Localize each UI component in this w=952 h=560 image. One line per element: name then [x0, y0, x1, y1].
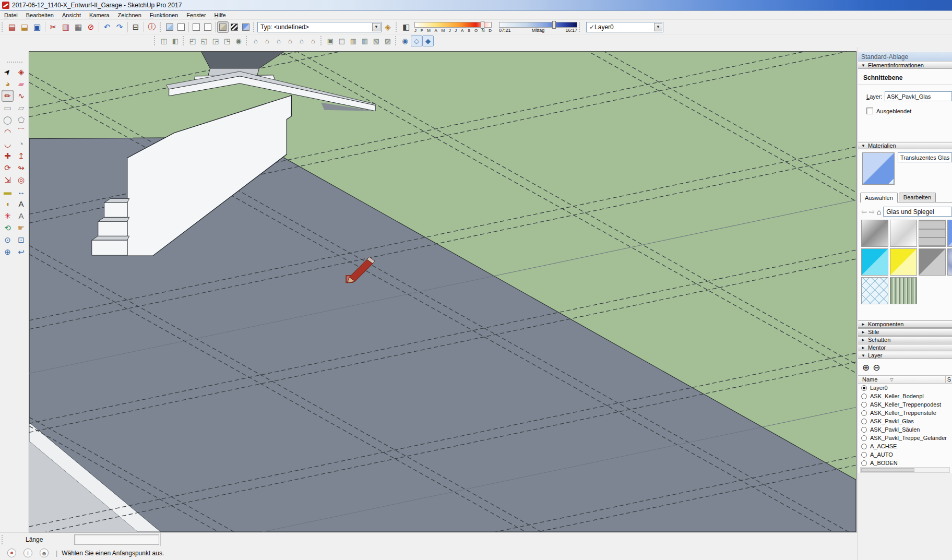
solid-trim[interactable]: ◉ [233, 35, 244, 46]
style-hidden-line[interactable] [202, 21, 213, 33]
entity-layer-input[interactable]: ASK_Pavkl_Glas [885, 91, 952, 101]
tool-tape-measure[interactable]: ▬ [2, 186, 14, 198]
tool-line[interactable]: ✏ [2, 90, 14, 102]
layer-radio[interactable] [861, 419, 867, 424]
redo[interactable]: ↷ [113, 21, 126, 33]
view-top[interactable]: ⌂ [261, 35, 273, 46]
material-glass-ribbed-green[interactable] [890, 277, 917, 304]
layer-row[interactable]: ASK_Keller_Treppenstufe [858, 409, 952, 417]
tool-zoom-window[interactable]: ⊡ [15, 234, 27, 246]
layer-radio[interactable] [861, 460, 867, 466]
tool-rotate[interactable]: ⟳ [2, 162, 14, 174]
material-glass-yellow[interactable] [890, 248, 917, 276]
tool-eraser[interactable]: ▰ [15, 78, 27, 90]
section-header-schatten[interactable]: ►Schatten [858, 336, 952, 343]
tag-type-select[interactable]: Typ: <undefined>▼ [257, 22, 382, 32]
menu-kamera[interactable]: Kamera [85, 11, 114, 19]
style-monochrome[interactable] [229, 21, 240, 33]
material-category-select[interactable]: Glas und Spiegel [883, 207, 952, 217]
hidden-checkbox[interactable] [866, 108, 873, 114]
section-header-stile[interactable]: ►Stile [858, 328, 952, 336]
menu-hilfe[interactable]: Hilfe [210, 11, 230, 19]
date-slider-handle[interactable] [481, 21, 484, 29]
visible-column-header[interactable]: S [945, 376, 951, 383]
tab-auswählen[interactable]: Auswählen [860, 193, 898, 202]
menu-fenster[interactable]: Fenster [182, 11, 210, 19]
cut[interactable]: ✂ [47, 21, 59, 33]
solid-subtract[interactable]: ◳ [221, 35, 233, 46]
tool-protractor[interactable]: ◖ [2, 198, 14, 210]
material-glass-cloudy[interactable] [947, 248, 952, 276]
tool-zoom[interactable]: ⊙ [2, 234, 14, 246]
title-bar[interactable]: 2017-06-12_1140-X_Entwurf-II_Garage - Sk… [0, 0, 952, 11]
info-icon[interactable]: i [23, 549, 32, 557]
layer-radio[interactable] [861, 444, 867, 449]
back-arrow-icon[interactable]: ⇦ [861, 208, 867, 216]
perspective-toggle[interactable]: ◇ [411, 35, 422, 46]
menu-bearbeiten[interactable]: Bearbeiten [22, 11, 58, 19]
add-layer-button[interactable]: ⊕ [862, 362, 870, 373]
tool-three-point-arc[interactable]: ◡ [2, 138, 14, 150]
tool-orbit[interactable]: ⟲ [2, 222, 14, 234]
erase-delete[interactable]: ⊘ [85, 21, 97, 33]
menu-funktionen[interactable]: Funktionen [146, 11, 182, 19]
layer-radio[interactable] [861, 394, 867, 399]
view-iso[interactable]: ⌂ [250, 35, 261, 46]
tool-text[interactable]: A [15, 198, 27, 210]
print[interactable]: ⊟ [129, 21, 142, 33]
material-mirror-gray[interactable] [861, 220, 888, 247]
material-glass-blocks[interactable] [919, 220, 946, 247]
layer-row[interactable]: A_BODEN [858, 459, 952, 466]
layer-row[interactable]: ASK_Pavkl_Treppe_Geländer [858, 434, 952, 442]
layer-table-header[interactable]: Name ▽ S [858, 375, 952, 384]
component-options[interactable]: ▥ [348, 35, 359, 46]
material-glass-cyan[interactable] [861, 248, 888, 276]
viewport-3d[interactable] [29, 51, 856, 532]
open-file[interactable]: ⬓ [18, 21, 31, 33]
section-header-layer[interactable]: ▼ Layer [858, 352, 952, 359]
tool-follow-me[interactable]: ↬ [15, 162, 27, 174]
two-point-perspective[interactable]: ◆ [422, 35, 434, 46]
tool-two-point-arc[interactable]: ⌒ [15, 126, 27, 138]
forward-arrow-icon[interactable]: ⇨ [869, 208, 875, 216]
tool-polygon[interactable]: ⬠ [15, 114, 27, 126]
layer-row[interactable]: A_ACHSE [858, 442, 952, 450]
layer-row[interactable]: ASK_Pavkl_Säulen [858, 425, 952, 434]
layer-row[interactable]: ASK_Keller_Bodenpl [858, 392, 952, 400]
view-right[interactable]: ⌂ [284, 35, 296, 46]
layer-row[interactable]: Layer0 [858, 384, 952, 392]
menu-ansicht[interactable]: Ansicht [58, 11, 85, 19]
tab-bearbeiten[interactable]: Bearbeiten [899, 193, 936, 202]
solid-outer-shell[interactable]: ◰ [187, 35, 198, 46]
remove-layer-button[interactable]: ⊖ [873, 362, 880, 373]
undo[interactable]: ↶ [101, 21, 113, 33]
tool-scale[interactable]: ⇲ [2, 174, 14, 186]
active-layer-select[interactable]: ✓ Layer0▼ [586, 22, 663, 32]
tool-axes[interactable]: ✳ [2, 210, 14, 222]
style-textured[interactable] [240, 21, 252, 33]
tool-zoom-extents[interactable]: ⊕ [2, 246, 14, 258]
tool-circle[interactable]: ◯ [2, 114, 14, 126]
component-interact[interactable]: ▧ [371, 35, 382, 46]
component-edit[interactable]: ▤ [336, 35, 348, 46]
copy[interactable]: ▥ [59, 21, 72, 33]
style-shaded[interactable] [217, 21, 229, 33]
view-left[interactable]: ⌂ [307, 35, 319, 46]
tool-pan[interactable]: ☛ [15, 222, 27, 234]
layer-row[interactable]: ASK_Keller_Treppenpodest [858, 400, 952, 409]
tool-push-pull[interactable]: ↥ [15, 150, 27, 162]
save-file[interactable]: ▣ [31, 21, 43, 33]
dropdown-arrow-icon[interactable]: ▼ [372, 23, 380, 31]
tool-pie[interactable]: ◔ [15, 138, 27, 150]
layer-hscrollbar[interactable] [860, 467, 950, 473]
model-info[interactable]: ⓘ [146, 21, 158, 33]
menu-datei[interactable]: Datei [0, 11, 22, 19]
tool-move[interactable]: ✚ [2, 150, 14, 162]
tool-dimensions[interactable]: ↔ [15, 186, 27, 198]
tool-three-d-text[interactable]: A [15, 210, 27, 222]
shadow-time-slider[interactable]: 07:21Mittag16:17 [499, 21, 577, 33]
layer-row[interactable]: A_AUTO [858, 450, 952, 459]
section-plane[interactable]: ◫ [158, 35, 170, 46]
material-glass-blue[interactable] [947, 220, 952, 247]
material-preview-swatch[interactable] [862, 152, 895, 185]
